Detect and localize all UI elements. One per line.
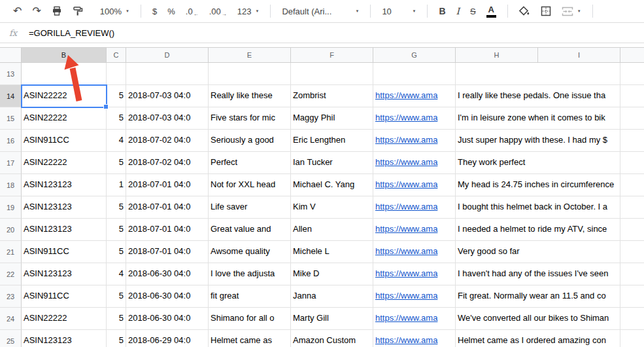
cell-D23[interactable]: 2018-06-30 04:0 <box>126 285 209 308</box>
cell-G21[interactable]: https://www.ama <box>373 241 456 263</box>
cell-F25[interactable]: Amazon Custom <box>291 330 373 347</box>
cell-F16[interactable]: Eric Lengthen <box>291 130 373 152</box>
font-size-select[interactable]: 10 ▼ <box>377 3 421 20</box>
cell-rest-16[interactable] <box>620 130 644 152</box>
cell-rest-20[interactable] <box>620 219 644 241</box>
cell-E19[interactable]: Life saver <box>209 196 291 219</box>
cell-C15[interactable]: 5 <box>107 107 126 130</box>
cell-E21[interactable]: Awsome quality <box>209 241 291 263</box>
cell-H25[interactable]: Helmet came as I ordered amazing con <box>456 330 620 347</box>
cell-B19[interactable]: ASIN123123 <box>22 196 107 219</box>
strikethrough-button[interactable]: S <box>465 3 481 20</box>
cell-G20[interactable]: https://www.ama <box>373 219 456 241</box>
corner-cell[interactable] <box>0 48 22 62</box>
cell-H23[interactable]: Fit great. Normally wear an 11.5 and co <box>456 285 620 308</box>
row-header-13[interactable]: 13 <box>0 63 22 85</box>
cell-rest-21[interactable] <box>620 241 644 263</box>
cell-rest-19[interactable] <box>620 196 644 219</box>
cell-B18[interactable]: ASIN123123 <box>22 174 107 196</box>
cell-C18[interactable]: 1 <box>107 174 126 196</box>
cell-F14[interactable]: Zombrist <box>291 85 373 107</box>
cell-B16[interactable]: ASIN911CC <box>22 130 107 152</box>
cell-C19[interactable]: 5 <box>107 196 126 219</box>
cell-F20[interactable]: Allen <box>291 219 373 241</box>
more-formats-button[interactable]: 123 ▼ <box>232 3 265 20</box>
column-header-C[interactable]: C <box>107 48 126 62</box>
cell-E16[interactable]: Seriously a good <box>209 130 291 152</box>
cell-D20[interactable]: 2018-07-01 04:0 <box>126 219 209 241</box>
format-currency-button[interactable]: $ <box>147 3 162 20</box>
merge-cells-button[interactable]: ▼ <box>556 3 586 20</box>
cell-B14[interactable]: ASIN22222 <box>22 85 107 107</box>
column-header-G[interactable]: G <box>373 48 456 62</box>
cell-H15[interactable]: I'm in leisure zone when it comes to bik <box>456 107 620 130</box>
cell-B13[interactable] <box>22 63 107 85</box>
cell-H13[interactable] <box>456 63 620 85</box>
cell-G24[interactable]: https://www.ama <box>373 308 456 330</box>
cell-E14[interactable]: Really like these <box>209 85 291 107</box>
cell-C14[interactable]: 5 <box>107 85 126 107</box>
cell-F19[interactable]: Kim V <box>291 196 373 219</box>
cell-B21[interactable]: ASIN911CC <box>22 241 107 263</box>
cell-rest-13[interactable] <box>620 63 644 85</box>
cell-H14[interactable]: I really like these pedals. One issue th… <box>456 85 620 107</box>
cell-F15[interactable]: Maggy Phil <box>291 107 373 130</box>
print-button[interactable] <box>46 3 67 20</box>
cell-E23[interactable]: fit great <box>209 285 291 308</box>
row-header-19[interactable]: 19 <box>0 196 22 219</box>
cell-D17[interactable]: 2018-07-02 04:0 <box>126 152 209 174</box>
cell-H19[interactable]: I bought this helmet back in October. I … <box>456 196 620 219</box>
cell-C23[interactable]: 5 <box>107 285 126 308</box>
formula-input[interactable]: =GORILLA_REVIEW() <box>26 28 114 38</box>
borders-button[interactable] <box>535 3 556 20</box>
cell-H16[interactable]: Just super happy with these. I had my $ <box>456 130 620 152</box>
redo-button[interactable]: ↷ <box>27 3 46 20</box>
cell-F13[interactable] <box>291 63 373 85</box>
cell-D24[interactable]: 2018-06-30 04:0 <box>126 308 209 330</box>
cell-F23[interactable]: Janna <box>291 285 373 308</box>
cell-rest-23[interactable] <box>620 285 644 308</box>
cell-rest-24[interactable] <box>620 308 644 330</box>
column-header-I[interactable]: I <box>538 48 620 62</box>
cell-G25[interactable]: https://www.ama <box>373 330 456 347</box>
cell-F22[interactable]: Mike D <box>291 263 373 285</box>
cell-B15[interactable]: ASIN22222 <box>22 107 107 130</box>
cell-G22[interactable]: https://www.ama <box>373 263 456 285</box>
cell-E18[interactable]: Not for XXL head <box>209 174 291 196</box>
cell-D14[interactable]: 2018-07-03 04:0 <box>126 85 209 107</box>
cell-B17[interactable]: ASIN22222 <box>22 152 107 174</box>
cell-H24[interactable]: We've converted all our bikes to Shiman <box>456 308 620 330</box>
cell-C17[interactable]: 5 <box>107 152 126 174</box>
cell-H22[interactable]: I haven't had any of the issues I've see… <box>456 263 620 285</box>
row-header-25[interactable]: 25 <box>0 330 22 347</box>
row-header-17[interactable]: 17 <box>0 152 22 174</box>
cell-B25[interactable]: ASIN123123 <box>22 330 107 347</box>
row-header-24[interactable]: 24 <box>0 308 22 330</box>
cell-G16[interactable]: https://www.ama <box>373 130 456 152</box>
cell-E13[interactable] <box>209 63 291 85</box>
cell-D13[interactable] <box>126 63 209 85</box>
cell-B22[interactable]: ASIN123123 <box>22 263 107 285</box>
cell-F18[interactable]: Michael C. Yang <box>291 174 373 196</box>
cell-G23[interactable]: https://www.ama <box>373 285 456 308</box>
cell-G19[interactable]: https://www.ama <box>373 196 456 219</box>
decrease-decimal-button[interactable]: .0 ← <box>180 3 204 20</box>
column-header-H[interactable]: H <box>456 48 538 62</box>
cell-C25[interactable]: 5 <box>107 330 126 347</box>
column-header-E[interactable]: E <box>209 48 291 62</box>
undo-button[interactable]: ↶ <box>8 3 27 20</box>
font-select[interactable]: Default (Ari... ▼ <box>277 3 364 20</box>
column-header-F[interactable]: F <box>291 48 373 62</box>
cell-D18[interactable]: 2018-07-01 04:0 <box>126 174 209 196</box>
cell-H21[interactable]: Very good so far <box>456 241 620 263</box>
cell-F24[interactable]: Marty Gill <box>291 308 373 330</box>
cell-C20[interactable]: 5 <box>107 219 126 241</box>
increase-decimal-button[interactable]: .00 → <box>204 3 232 20</box>
cell-E22[interactable]: I love the adjusta <box>209 263 291 285</box>
cell-rest-22[interactable] <box>620 263 644 285</box>
cell-D21[interactable]: 2018-07-01 04:0 <box>126 241 209 263</box>
cell-D22[interactable]: 2018-06-30 04:0 <box>126 263 209 285</box>
cell-rest-17[interactable] <box>620 152 644 174</box>
format-percent-button[interactable]: % <box>162 3 180 20</box>
text-color-button[interactable]: A <box>481 3 501 20</box>
